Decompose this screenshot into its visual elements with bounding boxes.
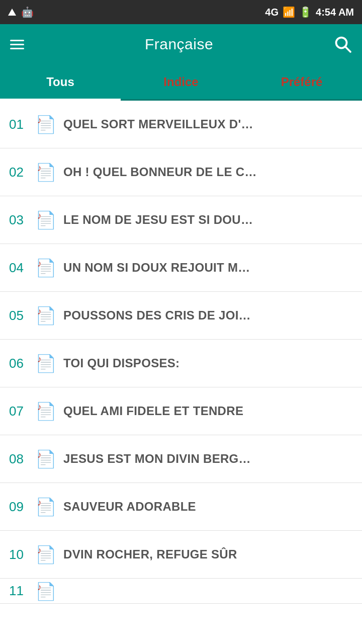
song-item[interactable]: 02📄♪OH ! QUEL BONNEUR DE LE C… xyxy=(0,148,362,196)
network-badge: 4G xyxy=(265,7,279,18)
song-music-icon: 📄♪ xyxy=(35,162,56,183)
song-number: 11 xyxy=(9,583,35,599)
song-music-icon: 📄♪ xyxy=(35,448,56,469)
tab-tous[interactable]: Tous xyxy=(0,64,121,99)
song-music-icon: 📄♪ xyxy=(35,496,56,517)
song-title: QUEL AMI FIDELE ET TENDRE xyxy=(63,404,353,418)
hamburger-line xyxy=(10,44,24,45)
song-title: DVIN ROCHER, REFUGE SÛR xyxy=(63,547,353,561)
tab-prefere-label: Préféré xyxy=(281,75,323,89)
song-music-icon: 📄♪ xyxy=(35,400,56,422)
song-music-icon: 📄♪ xyxy=(35,305,56,326)
status-bar-right: 4G 📶 🔋 4:54 AM xyxy=(265,6,354,18)
search-button[interactable] xyxy=(334,35,352,53)
song-number: 02 xyxy=(9,165,35,180)
song-title: SAUVEUR ADORABLE xyxy=(63,500,353,514)
time-display: 4:54 AM xyxy=(316,7,354,18)
song-number: 07 xyxy=(9,404,35,419)
song-number: 06 xyxy=(9,356,35,371)
hamburger-line xyxy=(10,40,24,41)
song-title: POUSSONS DES CRIS DE JOI… xyxy=(63,308,353,323)
song-music-icon: 📄♪ xyxy=(35,114,56,135)
hamburger-line xyxy=(10,48,24,49)
app-title: Française xyxy=(145,36,213,53)
song-item[interactable]: 01📄♪QUEL SORT MERVEILLEUX D'… xyxy=(0,101,362,148)
song-title: TOI QUI DISPOSES: xyxy=(63,356,353,370)
menu-button[interactable] xyxy=(10,40,24,49)
song-number: 04 xyxy=(9,260,35,276)
tab-tous-label: Tous xyxy=(46,75,74,89)
song-title: LE NOM DE JESU EST SI DOU… xyxy=(63,213,353,227)
song-item[interactable]: 07📄♪QUEL AMI FIDELE ET TENDRE xyxy=(0,387,362,435)
tab-bar: Tous Indice Préféré xyxy=(0,64,362,101)
song-title: JESUS EST MON DIVIN BERG… xyxy=(63,452,353,466)
song-number: 05 xyxy=(9,308,35,324)
song-number: 08 xyxy=(9,451,35,467)
song-music-icon: 📄♪ xyxy=(35,581,56,602)
tab-prefere[interactable]: Préféré xyxy=(241,64,362,99)
toolbar: Française xyxy=(0,24,362,64)
song-list: 01📄♪QUEL SORT MERVEILLEUX D'…02📄♪OH ! QU… xyxy=(0,101,362,604)
android-icon: 🤖 xyxy=(21,6,34,18)
song-item[interactable]: 04📄♪UN NOM SI DOUX REJOUIT M… xyxy=(0,244,362,292)
song-music-icon: 📄♪ xyxy=(35,257,56,278)
status-bar: 🤖 4G 📶 🔋 4:54 AM xyxy=(0,0,362,24)
song-item[interactable]: 11📄♪ xyxy=(0,579,362,604)
signal-triangle-icon xyxy=(8,9,16,16)
song-music-icon: 📄♪ xyxy=(35,544,56,565)
status-bar-left: 🤖 xyxy=(8,6,34,18)
song-title: OH ! QUEL BONNEUR DE LE C… xyxy=(63,165,353,179)
song-item[interactable]: 10📄♪DVIN ROCHER, REFUGE SÛR xyxy=(0,531,362,579)
search-icon xyxy=(334,35,352,53)
song-title: UN NOM SI DOUX REJOUIT M… xyxy=(63,261,353,275)
song-item[interactable]: 03📄♪LE NOM DE JESU EST SI DOU… xyxy=(0,196,362,244)
song-item[interactable]: 06📄♪TOI QUI DISPOSES: xyxy=(0,340,362,387)
tab-indice[interactable]: Indice xyxy=(121,64,241,99)
battery-icon: 🔋 xyxy=(299,6,312,18)
signal-icon: 📶 xyxy=(283,6,295,18)
song-number: 03 xyxy=(9,212,35,228)
song-music-icon: 📄♪ xyxy=(35,209,56,230)
song-number: 09 xyxy=(9,499,35,515)
song-number: 01 xyxy=(9,117,35,132)
tab-indice-label: Indice xyxy=(163,75,198,89)
svg-line-1 xyxy=(345,47,350,52)
song-item[interactable]: 08📄♪JESUS EST MON DIVIN BERG… xyxy=(0,435,362,483)
song-music-icon: 📄♪ xyxy=(35,353,56,374)
song-title: QUEL SORT MERVEILLEUX D'… xyxy=(63,117,353,131)
song-number: 10 xyxy=(9,547,35,562)
song-item[interactable]: 09📄♪SAUVEUR ADORABLE xyxy=(0,483,362,531)
song-item[interactable]: 05📄♪POUSSONS DES CRIS DE JOI… xyxy=(0,292,362,340)
